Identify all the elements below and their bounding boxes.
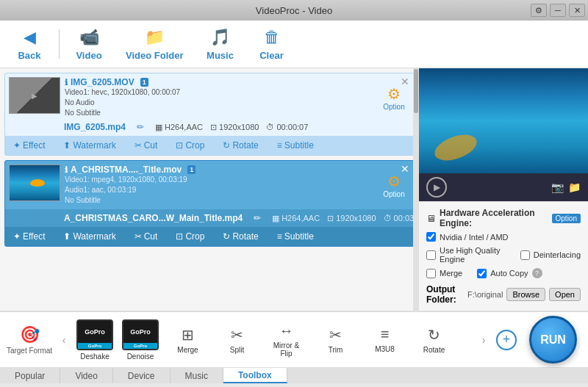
video-meta-2c: No Subtitle xyxy=(65,195,370,206)
m3u8-fmt-label: M3U8 xyxy=(375,345,395,353)
tab-music[interactable]: Music xyxy=(171,368,223,383)
divider1 xyxy=(59,29,60,59)
hw-option-btn[interactable]: Option xyxy=(552,214,581,223)
hw-label: Hardware Acceleration Engine: xyxy=(440,208,548,228)
bottom-area: 🎯 Target Format ‹ GoPro GoPro Deshake xyxy=(0,311,588,383)
gear-icon-2: ⚙ xyxy=(387,173,401,190)
settings-btn[interactable]: ⚙ xyxy=(531,4,547,17)
output-details-2: ▦ H264,AAC ⊡ 1920x1080 ⏱ 00:03:19 xyxy=(272,214,419,223)
subtitle-icon-2: ≡ xyxy=(277,231,282,242)
deinterlace-checkbox[interactable] xyxy=(520,250,530,260)
gopro-denoise-inner: GoPro xyxy=(123,321,157,343)
nvidia-label: Nvidia / Intel / AMD xyxy=(440,233,509,242)
camera-icon[interactable]: 📷 xyxy=(551,181,564,193)
format-item-trim[interactable]: ✂ Trim xyxy=(312,316,359,364)
format-item-split[interactable]: ✂ Split xyxy=(213,316,261,364)
clear-button[interactable]: 🗑 Clear xyxy=(250,24,294,65)
rotate-fmt-label: Rotate xyxy=(423,346,445,354)
next-format-btn[interactable]: › xyxy=(476,322,491,358)
main-toolbar: ◀ Back 📹 Video 📁 Video Folder 🎵 Music 🗑 … xyxy=(0,21,588,68)
autocopy-row: Auto Copy ? xyxy=(477,268,542,278)
target-icon: 🎯 xyxy=(20,325,40,344)
merge-checkbox[interactable] xyxy=(426,269,436,278)
cut-btn-2[interactable]: ✂ Cut xyxy=(131,229,162,244)
music-button[interactable]: 🎵 Music xyxy=(198,24,243,65)
video-meta-1c: No Subtitle xyxy=(65,108,370,118)
gopro-denoise-wrapper: GoPro GoPro xyxy=(122,319,159,350)
video-button[interactable]: 📹 Video xyxy=(67,24,111,65)
video-folder-icon: 📁 xyxy=(145,28,165,47)
clear-label: Clear xyxy=(259,50,284,61)
format-item-m3u8[interactable]: ≡ M3U8 xyxy=(361,316,409,364)
close-item-2[interactable]: ✕ xyxy=(401,163,409,175)
crop-btn-2[interactable]: ⊡ Crop xyxy=(172,229,208,244)
tab-device[interactable]: Device xyxy=(113,368,171,383)
effect-btn-1[interactable]: ✦ Effect xyxy=(10,138,49,153)
fish-icon xyxy=(30,179,45,187)
codec-detail-2: ▦ H264,AAC xyxy=(272,214,320,223)
subtitle-btn-2[interactable]: ≡ Subtitle xyxy=(273,229,318,244)
autocopy-checkbox[interactable] xyxy=(477,269,487,278)
subtitle-btn-1[interactable]: ≡ Subtitle xyxy=(273,138,318,153)
tab-video[interactable]: Video xyxy=(60,368,112,383)
subtitle-icon-1: ≡ xyxy=(277,140,282,151)
close-item-1[interactable]: ✕ xyxy=(401,76,409,87)
info-icon-1: ℹ xyxy=(65,78,68,87)
format-item-merge[interactable]: ⊞ Merge xyxy=(164,316,212,364)
folder-icon[interactable]: 📁 xyxy=(568,181,581,193)
output-details-1: ▦ H264,AAC ⊡ 1920x1080 ⏱ 00:00:07 xyxy=(155,123,308,132)
rotate-btn-1[interactable]: ↻ Rotate xyxy=(219,138,262,153)
browse-button[interactable]: Browse xyxy=(506,288,545,301)
format-item-mirror[interactable]: ↔ Mirror & Flip xyxy=(262,316,310,364)
preview-underwater xyxy=(419,68,588,173)
autocopy-hint[interactable]: ? xyxy=(532,268,542,278)
format-item-denoise[interactable]: GoPro GoPro Denoise xyxy=(118,316,162,364)
video-name-row-2: ℹ A_CHRISTMA...._Title.mov 1 xyxy=(65,164,370,175)
merge-row: Merge Auto Copy ? xyxy=(426,266,581,281)
watermark-btn-1[interactable]: ⬆ Watermark xyxy=(60,138,119,153)
scroll-thumb xyxy=(414,69,418,113)
play-button[interactable]: ▶ xyxy=(426,177,447,198)
video-name-1: IMG_6205.MOV xyxy=(71,77,135,87)
open-button[interactable]: Open xyxy=(549,288,581,301)
nvidia-checkbox[interactable] xyxy=(426,232,436,242)
gopro-deshake-inner: GoPro xyxy=(78,321,112,343)
cut-btn-1[interactable]: ✂ Cut xyxy=(131,138,162,153)
video-folder-button[interactable]: 📁 Video Folder xyxy=(118,24,191,65)
video-output-1: IMG_6205.mp4 ✏ ▦ H264,AAC ⊡ 1920x1080 ⏱ … xyxy=(5,122,414,136)
video-preview xyxy=(419,68,588,173)
format-item-gif[interactable]: 🎞 GIF xyxy=(459,316,475,364)
watermark-btn-2[interactable]: ⬆ Watermark xyxy=(60,229,119,244)
gopro-sub-1: GoPro xyxy=(88,344,101,348)
format-item-deshake[interactable]: GoPro GoPro Deshake xyxy=(73,316,117,364)
gear-icon-1: ⚙ xyxy=(387,85,401,103)
effect-btn-2[interactable]: ✦ Effect xyxy=(10,229,49,244)
format-item-rotate[interactable]: ↻ Rotate xyxy=(410,316,458,364)
music-icon: 🎵 xyxy=(210,28,230,47)
prev-format-btn[interactable]: ‹ xyxy=(57,322,71,358)
num-badge-2: 1 xyxy=(187,165,196,174)
rotate-btn-2[interactable]: ↻ Rotate xyxy=(219,229,262,244)
thumb-preview-2 xyxy=(10,165,60,200)
gopro-deshake-wrapper: GoPro GoPro xyxy=(76,319,113,350)
minimize-btn[interactable]: ─ xyxy=(550,4,566,17)
res-icon-1: ⊡ xyxy=(210,123,217,132)
scroll-bar[interactable] xyxy=(413,68,419,311)
run-button[interactable]: RUN xyxy=(529,316,577,364)
tab-toolbox[interactable]: Toolbox xyxy=(223,368,287,383)
codec-icon-1: ▦ xyxy=(155,123,162,132)
edit-icon-2[interactable]: ✏ xyxy=(254,213,261,223)
tab-popular[interactable]: Popular xyxy=(0,368,60,383)
coral-shape xyxy=(431,130,481,166)
close-btn[interactable]: ✕ xyxy=(569,4,585,17)
crop-btn-1[interactable]: ⊡ Crop xyxy=(172,138,208,153)
denoise-label: Denoise xyxy=(127,352,154,361)
back-button[interactable]: ◀ Back xyxy=(7,24,51,65)
add-format-btn[interactable]: + xyxy=(496,330,517,350)
hq-checkbox[interactable] xyxy=(426,250,436,260)
video-name-2: A_CHRISTMA...._Title.mov xyxy=(71,164,182,175)
format-toolbar: 🎯 Target Format ‹ GoPro GoPro Deshake xyxy=(0,312,588,368)
edit-icon-1[interactable]: ✏ xyxy=(137,122,144,132)
video-meta-1a: Video1: hevc, 1920x1080, 00:00:07 xyxy=(65,87,370,98)
merge-label: Merge xyxy=(440,269,462,278)
